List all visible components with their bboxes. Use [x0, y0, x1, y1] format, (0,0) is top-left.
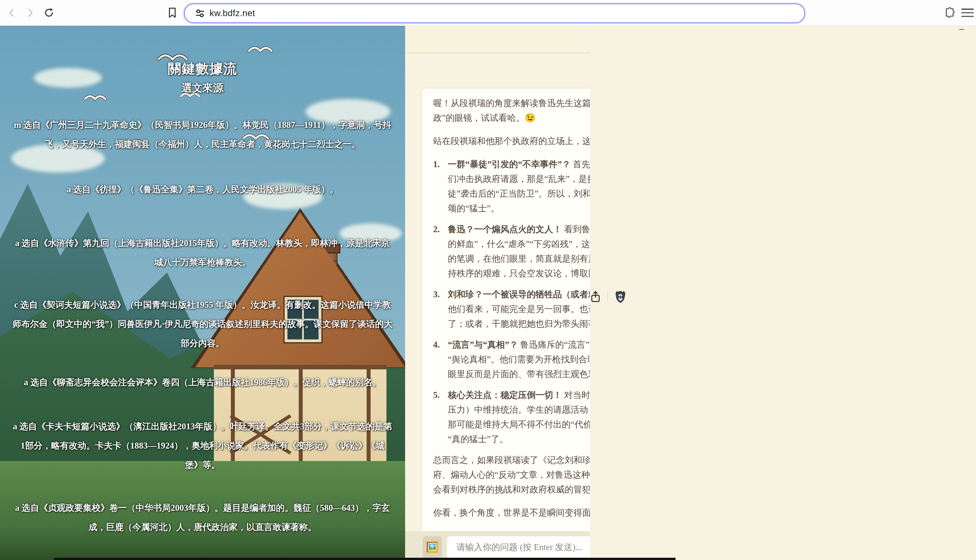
list-item-heading: 鲁迅？一个煽风点火的文人！: [448, 224, 562, 234]
divider: [607, 292, 608, 302]
url-text: kw.bdfz.net: [210, 8, 255, 18]
forward-button[interactable]: [23, 5, 38, 20]
list-number: 2.: [433, 222, 448, 281]
bookmark-button[interactable]: [165, 5, 180, 20]
extensions-button[interactable]: [941, 5, 957, 20]
list-item-heading: 核心关注点：稳定压倒一切！: [448, 390, 562, 400]
list-item-heading: 一群“暴徒”引发的“不幸事件”？: [448, 159, 571, 169]
list-number: 1.: [433, 157, 448, 216]
background-window-edge: [54, 558, 676, 560]
site-settings-icon[interactable]: [194, 8, 206, 19]
puzzle-icon: [943, 7, 955, 19]
back-button[interactable]: [4, 5, 19, 20]
chevron-left-icon: [7, 8, 17, 18]
source-note: a 选自《彷徨》（《鲁迅全集》第二卷，人民文学出版社2005 年版）。: [12, 180, 393, 199]
browser-toolbar: kw.bdfz.net: [0, 0, 976, 26]
reload-icon: [43, 7, 55, 18]
url-bar[interactable]: kw.bdfz.net: [184, 3, 805, 23]
list-number: 3.: [433, 287, 448, 331]
menu-button[interactable]: [961, 8, 974, 17]
source-note: a 选自《卡夫卡短篇小说选》（漓江出版社2013年版）。叶廷芳译。全文共3部分，…: [12, 417, 393, 475]
bookmark-icon: [167, 7, 177, 18]
source-panel: 關鍵數據流 選文來源 m 选自《广州三月二十九革命史》（民智书局1926年版）。…: [0, 25, 405, 560]
source-note: a 选自《聊斋志异会校会注会评本》卷四（上海古籍出版社1986年版）。促织，蟋蟀…: [12, 373, 393, 392]
panel-subtitle: 選文來源: [0, 81, 405, 95]
source-note: a 选自《贞观政要集校》卷一（中华书局2003年版）。题目是编者加的。魏征（58…: [12, 498, 393, 537]
share-icon[interactable]: [590, 291, 601, 303]
source-note: c 选自《契诃夫短篇小说选》（中国青年出版社1955 年版）。汝龙译。有删改。这…: [12, 295, 393, 353]
reload-button[interactable]: [41, 5, 57, 20]
list-item-heading: “流言”与“真相”？: [448, 340, 518, 350]
source-note: a 选自《水浒传》第九回（上海古籍出版社2015年版）。略有改动。林教头，即林冲…: [12, 233, 393, 272]
source-note: m 选自《广州三月二十九革命史》（民智书局1926年版）。林觉民（1887—19…: [12, 115, 393, 154]
image-upload-button[interactable]: 🖼️: [423, 536, 442, 558]
chevron-right-icon: [25, 8, 35, 18]
list-number: 5.: [433, 388, 448, 447]
framed-picture-icon: 🖼️: [426, 541, 439, 553]
panel-title: 關鍵數據流: [0, 60, 405, 78]
list-number: 4.: [433, 337, 448, 382]
brave-shield-icon[interactable]: [614, 290, 627, 304]
